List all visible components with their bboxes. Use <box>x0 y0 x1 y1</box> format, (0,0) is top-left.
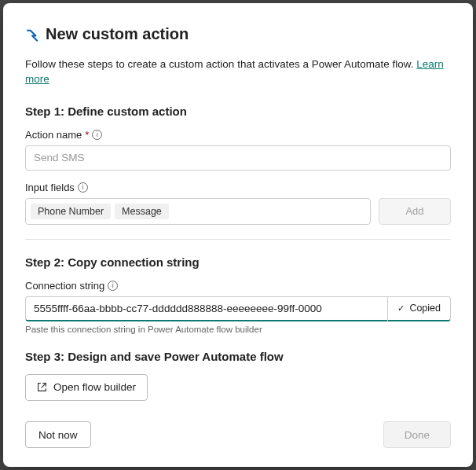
connection-string-input[interactable] <box>25 296 387 321</box>
dialog-title: New custom action <box>46 25 189 43</box>
tag-message[interactable]: Message <box>115 204 169 219</box>
step3-heading: Step 3: Design and save Power Automate f… <box>25 350 451 363</box>
input-fields-row: Phone Number Message Add <box>25 198 451 225</box>
action-name-input[interactable] <box>25 145 451 171</box>
connection-string-label-text: Connection string <box>25 280 104 292</box>
action-name-label-text: Action name <box>25 129 82 141</box>
not-now-button[interactable]: Not now <box>25 421 91 448</box>
step1-heading: Step 1: Define custom action <box>25 105 451 118</box>
check-icon: ✓ <box>397 303 405 314</box>
tag-phone-number[interactable]: Phone Number <box>31 204 111 219</box>
connection-string-row: ✓ Copied <box>25 296 451 321</box>
custom-action-icon <box>25 28 39 42</box>
done-button: Done <box>383 421 451 448</box>
input-fields-label-text: Input fields <box>25 182 75 193</box>
copy-button[interactable]: ✓ Copied <box>387 296 451 321</box>
intro-body: Follow these steps to create a custom ac… <box>25 58 416 70</box>
input-fields-tags[interactable]: Phone Number Message <box>25 198 371 225</box>
open-external-icon <box>37 382 47 392</box>
add-button: Add <box>379 198 451 225</box>
dialog-footer: Not now Done <box>25 406 451 448</box>
dialog-header: New custom action <box>25 25 451 43</box>
new-custom-action-dialog: New custom action Follow these steps to … <box>3 3 473 467</box>
intro-text: Follow these steps to create a custom ac… <box>25 57 451 87</box>
info-icon[interactable]: i <box>108 281 118 291</box>
open-flow-builder-label: Open flow builder <box>53 381 136 393</box>
copied-label: Copied <box>409 303 441 314</box>
connection-string-label: Connection string i <box>25 280 451 292</box>
action-name-label: Action name * i <box>25 129 451 141</box>
required-asterisk: * <box>85 129 89 141</box>
step2-heading: Step 2: Copy connection string <box>25 255 451 269</box>
divider <box>25 239 451 240</box>
open-flow-builder-button[interactable]: Open flow builder <box>25 374 148 401</box>
info-icon[interactable]: i <box>78 182 88 193</box>
input-fields-label: Input fields i <box>25 182 451 193</box>
info-icon[interactable]: i <box>92 130 102 140</box>
connection-helper-text: Paste this connection string in Power Au… <box>25 325 451 334</box>
